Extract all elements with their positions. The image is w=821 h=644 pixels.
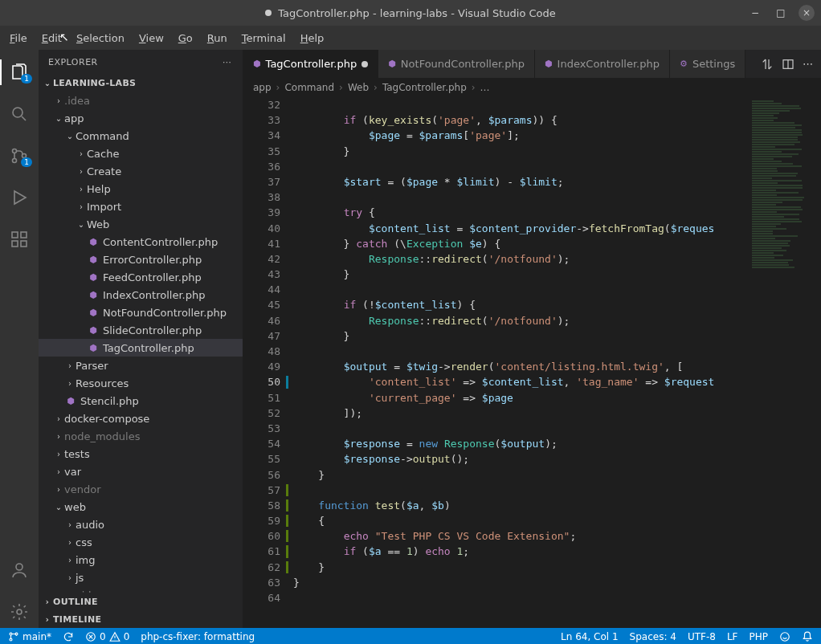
settings-gear-icon[interactable]	[0, 596, 39, 628]
formatter-status[interactable]: php-cs-fixer: formatting	[141, 631, 255, 642]
tree-item[interactable]: ⬢Stencil.php	[39, 392, 243, 410]
window-controls: − □ ×	[747, 5, 815, 21]
search-icon[interactable]	[0, 98, 39, 130]
maximize-button[interactable]: □	[773, 5, 789, 21]
tree-item[interactable]: ⬢ErrorController.php	[39, 251, 243, 268]
tree-item[interactable]: ⬢NotFoundController.php	[39, 304, 243, 321]
minimize-button[interactable]: −	[747, 5, 763, 21]
tab[interactable]: ⚙Settings	[670, 50, 745, 78]
menu-view[interactable]: View	[133, 29, 170, 47]
tree-item[interactable]: ⌄Web	[39, 215, 243, 233]
editor-area: ⬢TagController.php⬢NotFoundController.ph…	[243, 50, 821, 628]
tree-item[interactable]: ›var	[39, 463, 243, 480]
notifications-icon[interactable]	[802, 631, 813, 642]
tab[interactable]: ⬢TagController.php	[243, 50, 378, 78]
tree-item[interactable]: ›vendor	[39, 480, 243, 498]
svg-point-0	[13, 108, 22, 117]
split-editor-icon[interactable]	[782, 58, 794, 71]
breadcrumbs[interactable]: app›Command›Web›TagController.php›…	[243, 78, 821, 97]
menu-selection[interactable]: Selection	[70, 29, 131, 47]
tree-item[interactable]: ›Resources	[39, 374, 243, 392]
tree-item[interactable]: ⌄web	[39, 498, 243, 516]
menu-help[interactable]: Help	[294, 29, 331, 47]
breadcrumb-item[interactable]: TagController.php	[382, 82, 467, 93]
menubar: FileEditSelectionViewGoRunTerminalHelp	[0, 26, 821, 50]
git-branch[interactable]: main*	[8, 631, 51, 642]
svg-point-12	[10, 638, 12, 641]
indentation[interactable]: Spaces: 4	[630, 631, 676, 642]
breadcrumb-item[interactable]: Command	[284, 82, 334, 93]
window-title: TagController.php - learning-labs - Visu…	[278, 7, 556, 19]
tree-item[interactable]: ⬢TagController.php	[39, 339, 243, 357]
sidebar-title: EXPLORER ⋯	[39, 50, 243, 74]
breadcrumb-item[interactable]: …	[480, 82, 490, 93]
svg-rect-5	[12, 241, 18, 247]
svg-point-9	[17, 609, 22, 614]
tree-item[interactable]: ›js	[39, 569, 243, 586]
tree-item[interactable]: ⬢FeedController.php	[39, 268, 243, 286]
sync-icon[interactable]	[63, 631, 74, 642]
outline-header[interactable]: › OUTLINE	[39, 593, 243, 610]
menu-file[interactable]: File	[3, 29, 34, 47]
gutter: 3233343536373839404142434445464748495051…	[243, 97, 290, 628]
tree-item[interactable]: ›Help	[39, 180, 243, 198]
accounts-icon[interactable]	[0, 554, 39, 586]
explorer-icon[interactable]: 1	[0, 56, 39, 88]
tree-item[interactable]: ›.idea	[39, 92, 243, 109]
cursor-position[interactable]: Ln 64, Col 1	[561, 631, 619, 642]
code-editor[interactable]: if (key_exists('page', $params)) { $page…	[290, 97, 749, 628]
encoding[interactable]: UTF-8	[688, 631, 716, 642]
sidebar-more-icon[interactable]: ⋯	[223, 57, 233, 67]
tree-item[interactable]: ⌄app	[39, 109, 243, 127]
modified-dot-icon	[361, 61, 368, 67]
tree-item[interactable]: ›video	[39, 586, 243, 593]
menu-run[interactable]: Run	[201, 29, 234, 47]
svg-rect-6	[21, 241, 27, 247]
svg-point-8	[16, 564, 22, 570]
svg-point-2	[13, 159, 17, 163]
breadcrumb-item[interactable]: Web	[348, 82, 369, 93]
menu-go[interactable]: Go	[172, 29, 199, 47]
source-control-icon[interactable]: 1	[0, 140, 39, 172]
tree-item[interactable]: ›Import	[39, 198, 243, 215]
problems[interactable]: 0 0	[85, 631, 129, 642]
tree-item[interactable]: ›img	[39, 551, 243, 569]
breadcrumb-item[interactable]: app	[253, 82, 272, 93]
project-header[interactable]: ⌄ LEARNING-LABS	[39, 74, 243, 92]
tab[interactable]: ⬢NotFoundController.php	[378, 50, 535, 78]
tree-item[interactable]: ›Create	[39, 162, 243, 180]
tab[interactable]: ⬢IndexController.php	[535, 50, 670, 78]
tree-item[interactable]: ›docker-compose	[39, 410, 243, 427]
more-icon[interactable]: ⋯	[803, 58, 813, 70]
compare-icon[interactable]	[761, 58, 774, 71]
tree-item[interactable]: ›Parser	[39, 357, 243, 374]
chevron-right-icon: ›	[42, 615, 53, 624]
extensions-icon[interactable]	[0, 223, 39, 255]
run-debug-icon[interactable]	[0, 181, 39, 214]
titlebar: TagController.php - learning-labs - Visu…	[0, 0, 821, 26]
feedback-icon[interactable]	[779, 631, 790, 642]
tree-item[interactable]: ⬢IndexController.php	[39, 286, 243, 304]
file-tree: ›.idea⌄app⌄Command›Cache›Create›Help›Imp…	[39, 92, 243, 593]
tree-item[interactable]: ›node_modules	[39, 427, 243, 445]
tree-item[interactable]: ⌄Command	[39, 127, 243, 145]
timeline-header[interactable]: › TIMELINE	[39, 610, 243, 628]
menu-edit[interactable]: Edit	[35, 29, 68, 47]
svg-rect-7	[21, 232, 27, 238]
tree-item[interactable]: ›tests	[39, 445, 243, 463]
tree-item[interactable]: ⬢SlideController.php	[39, 321, 243, 339]
tree-item[interactable]: ›audio	[39, 516, 243, 533]
minimap[interactable]	[749, 97, 821, 628]
tree-item[interactable]: ›css	[39, 533, 243, 551]
language-mode[interactable]: PHP	[750, 631, 769, 642]
eol[interactable]: LF	[727, 631, 738, 642]
scm-badge: 1	[21, 157, 32, 167]
tree-item[interactable]: ›Cache	[39, 145, 243, 162]
explorer-badge: 1	[21, 74, 32, 84]
svg-point-1	[13, 149, 17, 153]
tree-item[interactable]: ⬢ContentController.php	[39, 233, 243, 251]
tab-bar: ⬢TagController.php⬢NotFoundController.ph…	[243, 50, 821, 78]
svg-point-15	[781, 633, 790, 642]
close-button[interactable]: ×	[799, 5, 815, 21]
menu-terminal[interactable]: Terminal	[235, 29, 292, 47]
